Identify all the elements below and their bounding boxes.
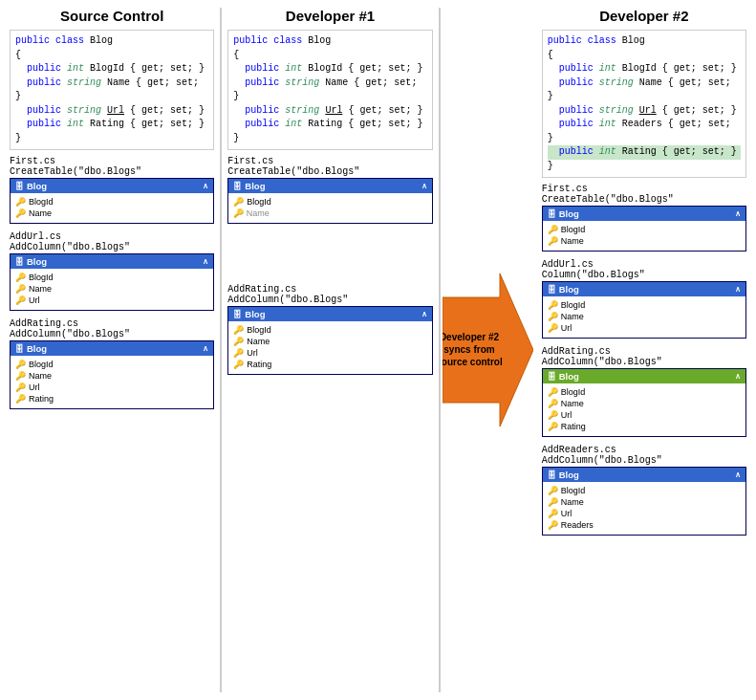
dev2-addreaders-filename: AddReaders.cs — [542, 445, 746, 455]
chevron-d2d: ∧ — [735, 470, 741, 479]
dev1-addrating-resx-title: 🗄 Blog ∧ — [228, 307, 431, 321]
sc-addurl-filename: AddUrl.cs — [10, 231, 214, 242]
resx-row-rating: 🔑 Rating — [15, 393, 208, 405]
db-icon-d1a: 🗄 — [233, 182, 242, 191]
svg-text:syncs from: syncs from — [443, 344, 494, 355]
dev1-first-filename: First.cs — [227, 156, 432, 166]
sc-migration-addurl: AddUrl.cs AddColumn("dbo.Blogs" 🗄 Blog ∧… — [10, 231, 214, 311]
dev1-first-resx: 🗄 Blog ∧ 🔑 BlogId 🔑 Name — [227, 178, 432, 224]
dev2-addurl-filename: AddUrl.cs — [542, 259, 746, 270]
dev2-addurl-resx: 🗄 Blog ∧ 🔑 BlogId 🔑 Name 🔑 Url — [542, 281, 746, 339]
db-icon-d2b: 🗄 — [548, 285, 556, 295]
sc-first-resx-body: 🔑 BlogId 🔑 Name — [11, 193, 213, 223]
dev2-addrating-resx-title: 🗄 Blog ∧ — [543, 369, 745, 383]
sc-migration-addrating: AddRating.cs AddColumn("dbo.Blogs" 🗄 Blo… — [10, 318, 214, 409]
dev1-addrating-resx-body: 🔑 BlogId 🔑 Name 🔑 Url 🔑 Rating — [228, 321, 431, 374]
db-icon: 🗄 — [15, 182, 24, 191]
sc-addrating-command: AddColumn("dbo.Blogs" — [10, 329, 214, 339]
db-icon-d2c: 🗄 — [548, 372, 556, 382]
resx-table-name: Blog — [27, 181, 47, 191]
dev1-column: Developer #1 public class Blog { public … — [222, 8, 440, 692]
d2b-name: 🔑 Name — [548, 311, 741, 322]
dev2-first-command: CreateTable("dbo.Blogs" — [542, 194, 746, 205]
dev2-addurl-resx-body: 🔑 BlogId 🔑 Name 🔑 Url — [543, 296, 745, 338]
dev2-column: Developer #2 public class Blog { public … — [536, 8, 752, 692]
d1r-rating: 🔑 Rating — [233, 359, 426, 370]
resx-table-name-3: Blog — [27, 343, 47, 354]
sc-addrating-resx-body: 🔑 BlogId 🔑 Name 🔑 Url 🔑 Rating — [11, 356, 213, 408]
sc-first-filename: First.cs — [10, 156, 214, 166]
d2b-url: 🔑 Url — [548, 322, 741, 334]
resx-blog-d1b: Blog — [245, 309, 265, 319]
arrow-svg: Developer #2 syncs from source control — [443, 269, 533, 431]
d1-row-blogid: 🔑 BlogId — [233, 196, 426, 208]
dev1-addrating-filename: AddRating.cs — [227, 284, 432, 295]
db-icon-d2d: 🗄 — [548, 470, 556, 480]
dev1-spacer — [227, 231, 432, 284]
dev2-addrating-filename: AddRating.cs — [542, 346, 746, 357]
db-icon-3: 🗄 — [15, 344, 24, 354]
dev2-code: public class Blog { public int BlogId { … — [542, 30, 746, 178]
dev2-addreaders-resx-title: 🗄 Blog ∧ — [543, 468, 745, 482]
dev2-migration-first: First.cs CreateTable("dbo.Blogs" 🗄 Blog … — [542, 184, 746, 252]
resx-row-blogid: 🔑 BlogId — [15, 196, 208, 208]
d2d-url: 🔑 Url — [548, 508, 741, 519]
d2c-url: 🔑 Url — [548, 409, 741, 421]
chevron-d1b: ∧ — [421, 310, 427, 318]
chevron-d1a: ∧ — [421, 182, 427, 190]
dev2-addreaders-resx-body: 🔑 BlogId 🔑 Name 🔑 Url 🔑 Readers — [543, 482, 745, 535]
resx-blog-d1a: Blog — [245, 181, 265, 191]
dev1-first-command: CreateTable("dbo.Blogs" — [227, 166, 432, 177]
db-icon-d1b: 🗄 — [233, 310, 242, 319]
resx-table-name-2: Blog — [27, 256, 47, 267]
sc-migration-first: First.cs CreateTable("dbo.Blogs" 🗄 Blog … — [10, 156, 214, 224]
source-control-column: Source Control public class Blog { publi… — [4, 8, 222, 692]
resx-blog-d2d: Blog — [559, 470, 579, 480]
db-icon-2: 🗄 — [15, 257, 24, 267]
d1r-url: 🔑 Url — [233, 347, 426, 359]
svg-text:source control: source control — [443, 357, 503, 367]
sc-addrating-resx-title: 🗄 Blog ∧ — [11, 341, 213, 356]
dev1-title: Developer #1 — [227, 8, 432, 24]
svg-text:Developer #2: Developer #2 — [443, 332, 500, 342]
arrow-container: Developer #2 syncs from source control — [441, 8, 536, 692]
source-control-title: Source Control — [10, 8, 214, 24]
dev2-first-resx: 🗄 Blog ∧ 🔑 BlogId 🔑 Name — [542, 206, 746, 252]
sc-addurl-resx-title: 🗄 Blog ∧ — [11, 254, 213, 269]
d2c-name: 🔑 Name — [548, 398, 741, 409]
chevron-d2a: ∧ — [735, 209, 741, 218]
resx-row-name: 🔑 Name — [15, 208, 208, 219]
dev1-first-resx-title: 🗄 Blog ∧ — [228, 179, 431, 193]
dev2-first-resx-body: 🔑 BlogId 🔑 Name — [543, 221, 745, 251]
dev2-addrating-resx: 🗄 Blog ∧ 🔑 BlogId 🔑 Name 🔑 Url 🔑 Rating — [542, 368, 746, 437]
sc-addurl-resx-body: 🔑 BlogId 🔑 Name 🔑 Url — [11, 269, 213, 310]
dev2-addurl-resx-title: 🗄 Blog ∧ — [543, 282, 745, 296]
dev1-addrating-command: AddColumn("dbo.Blogs" — [227, 295, 432, 305]
dev2-migration-addreaders: AddReaders.cs AddColumn("dbo.Blogs" 🗄 Bl… — [542, 445, 746, 536]
d2a-name: 🔑 Name — [548, 235, 741, 247]
dev1-first-resx-body: 🔑 BlogId 🔑 Name — [228, 193, 431, 223]
chevron-d2b: ∧ — [735, 285, 741, 294]
chevron-icon-3: ∧ — [203, 344, 208, 353]
d1r-blogid: 🔑 BlogId — [233, 324, 426, 336]
main-container: Source Control public class Blog { publi… — [0, 0, 756, 700]
resx-blog-d2a: Blog — [559, 208, 579, 219]
source-control-code: public class Blog { public int BlogId { … — [10, 30, 214, 150]
sc-first-command: CreateTable("dbo.Blogs" — [10, 166, 214, 177]
d2a-blogid: 🔑 BlogId — [548, 224, 741, 235]
resx-blog-d2b: Blog — [559, 284, 579, 295]
resx-row-blogid-2: 🔑 BlogId — [15, 272, 208, 283]
resx-blog-d2c: Blog — [559, 371, 579, 382]
resx-row-name-2: 🔑 Name — [15, 283, 208, 295]
resx-row-blogid-3: 🔑 BlogId — [15, 359, 208, 370]
resx-row-name-3: 🔑 Name — [15, 370, 208, 382]
resx-row-url: 🔑 Url — [15, 295, 208, 306]
d2d-blogid: 🔑 BlogId — [548, 485, 741, 496]
dev1-addrating-resx: 🗄 Blog ∧ 🔑 BlogId 🔑 Name 🔑 Url 🔑 Rating — [227, 306, 432, 375]
dev1-migration-addrating: AddRating.cs AddColumn("dbo.Blogs" 🗄 Blo… — [227, 284, 432, 375]
db-icon-d2a: 🗄 — [548, 209, 556, 219]
dev2-first-filename: First.cs — [542, 184, 746, 194]
d2d-name: 🔑 Name — [548, 496, 741, 508]
chevron-d2c: ∧ — [735, 372, 741, 381]
d1-row-name: 🔑 Name — [233, 208, 426, 219]
